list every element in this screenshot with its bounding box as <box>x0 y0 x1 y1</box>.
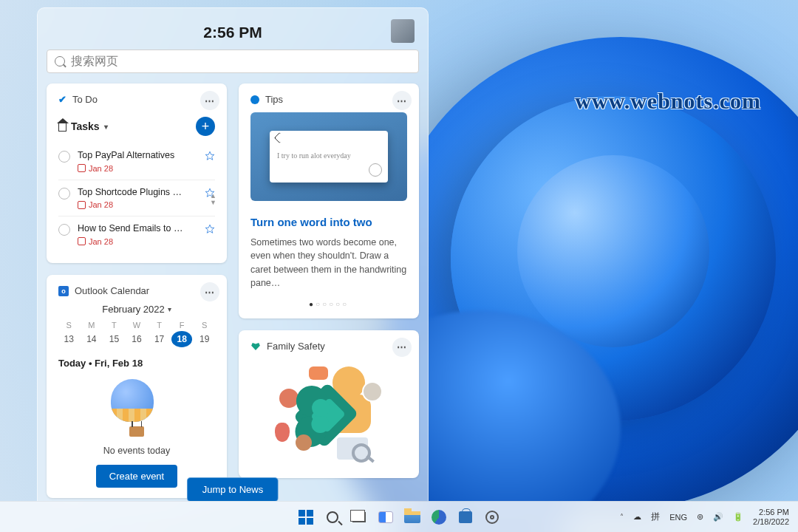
carousel-dots[interactable]: ●○○○○○ <box>250 290 407 308</box>
sort-arrows-icon[interactable]: ▲▼ <box>210 193 216 206</box>
chevron-down-icon: ▾ <box>104 123 108 131</box>
todo-title: To Do <box>72 94 98 105</box>
volume-icon[interactable]: 🔊 <box>713 512 723 522</box>
tip-sample-text: I try to run alot everyday <box>277 151 381 160</box>
calendar-dow: T <box>149 321 170 330</box>
family-illustration <box>273 361 384 464</box>
clock-date: 2/18/2022 <box>753 517 789 527</box>
family-safety-widget: ⋯ Family Safety <box>239 330 419 478</box>
tip-body: Sometimes two words become one, even whe… <box>250 236 407 290</box>
calendar-dow: S <box>58 321 80 330</box>
tray-overflow-icon[interactable]: ˄ <box>620 513 624 521</box>
calendar-day[interactable]: 13 <box>58 331 80 347</box>
calendar-today-label: Today • Fri, Feb 18 <box>58 358 215 369</box>
widgets-button[interactable] <box>375 507 396 528</box>
calendar-dow: T <box>103 321 125 330</box>
file-explorer-button[interactable] <box>402 507 423 528</box>
todo-more-button[interactable]: ⋯ <box>200 91 219 110</box>
star-icon[interactable] <box>205 224 215 234</box>
search-placeholder: 搜索网页 <box>71 54 118 69</box>
family-safety-icon <box>250 341 261 351</box>
svg-marker-0 <box>205 152 214 160</box>
create-event-button[interactable]: Create event <box>96 465 177 488</box>
taskbar-search-button[interactable] <box>322 507 343 528</box>
family-more-button[interactable]: ⋯ <box>392 338 412 357</box>
tips-more-button[interactable]: ⋯ <box>392 91 412 110</box>
calendar-month-label: February 2022 <box>102 304 165 315</box>
calendar-day[interactable]: 16 <box>126 331 148 347</box>
onedrive-icon[interactable]: ☁ <box>633 512 641 522</box>
family-safety-title: Family Safety <box>267 341 325 352</box>
outlook-icon: o <box>58 286 69 296</box>
task-due-date: Jan 28 <box>78 200 197 210</box>
ime-icon[interactable]: 拼 <box>651 511 660 523</box>
calendar-dow: M <box>81 321 103 330</box>
taskbar-clock[interactable]: 2:56 PM 2/18/2022 <box>753 508 789 526</box>
todo-list-name[interactable]: Tasks <box>71 120 100 132</box>
calendar-day[interactable]: 15 <box>103 331 125 347</box>
tips-title: Tips <box>265 94 283 105</box>
store-button[interactable] <box>455 507 476 528</box>
calendar-dow: S <box>194 321 215 330</box>
task-checkbox[interactable] <box>58 224 70 236</box>
settings-button[interactable] <box>482 507 502 528</box>
wifi-icon[interactable]: ⊚ <box>697 512 703 522</box>
task-view-button[interactable] <box>349 507 369 528</box>
panel-clock: 2:56 PM <box>203 24 262 41</box>
user-avatar[interactable] <box>391 19 415 43</box>
language-indicator[interactable]: ENG <box>669 513 687 522</box>
chevron-down-icon: ▾ <box>168 305 171 313</box>
svg-marker-2 <box>205 225 214 233</box>
jump-to-news-button[interactable]: Jump to News <box>187 477 279 502</box>
battery-icon[interactable]: 🔋 <box>733 512 743 522</box>
task-item[interactable]: Top PayPal Alternatives Jan 28 <box>58 143 215 180</box>
tip-illustration: I try to run alot everyday <box>250 112 407 201</box>
calendar-week-grid: SMTWTFS13141516171819 <box>58 321 215 347</box>
calendar-day[interactable]: 14 <box>81 331 103 347</box>
calendar-more-button[interactable]: ⋯ <box>200 282 219 301</box>
task-title: How to Send Emails to … <box>78 222 197 234</box>
widgets-panel: 2:56 PM 搜索网页 ⋯ ✔ To Do Tasks ▾ + <box>37 7 429 510</box>
task-list: Top PayPal Alternatives Jan 28 Top Short… <box>58 143 215 253</box>
clock-time: 2:56 PM <box>753 508 789 517</box>
task-due-date: Jan 28 <box>78 236 197 247</box>
tips-icon <box>250 95 259 104</box>
task-due-date: Jan 28 <box>78 163 197 174</box>
calendar-day[interactable]: 19 <box>194 331 215 347</box>
balloon-illustration <box>111 379 163 440</box>
todo-widget: ⋯ ✔ To Do Tasks ▾ + Top PayPal Alternati… <box>47 83 227 263</box>
calendar-widget: ⋯ o Outlook Calendar February 2022 ▾ SMT… <box>47 275 227 498</box>
add-task-button[interactable]: + <box>196 117 215 136</box>
search-icon <box>55 56 65 66</box>
task-item[interactable]: How to Send Emails to … Jan 28 <box>58 216 215 253</box>
task-item[interactable]: Top Shortcode Plugins … Jan 28 ▲▼ <box>58 180 215 216</box>
task-checkbox[interactable] <box>58 188 70 200</box>
calendar-day[interactable]: 18 <box>171 331 193 347</box>
no-events-text: No events today <box>58 446 215 456</box>
tips-widget: ⋯ Tips I try to run alot everyday Turn o… <box>239 83 419 318</box>
taskbar: ˄ ☁ 拼 ENG ⊚ 🔊 🔋 2:56 PM 2/18/2022 <box>0 501 798 532</box>
home-icon <box>58 123 66 132</box>
calendar-title: Outlook Calendar <box>75 285 149 296</box>
watermark-text: www.webnots.com <box>575 89 761 114</box>
calendar-month-selector[interactable]: February 2022 ▾ <box>58 304 215 315</box>
tip-headline[interactable]: Turn one word into two <box>250 216 407 228</box>
system-tray[interactable]: ˄ ☁ 拼 ENG ⊚ 🔊 🔋 2:56 PM 2/18/2022 <box>611 508 798 526</box>
task-checkbox[interactable] <box>58 151 70 163</box>
edge-button[interactable] <box>429 507 449 528</box>
task-title: Top PayPal Alternatives <box>78 149 197 161</box>
calendar-dow: F <box>171 321 193 330</box>
star-icon[interactable] <box>205 151 215 161</box>
search-input[interactable]: 搜索网页 <box>47 50 419 73</box>
task-title: Top Shortcode Plugins … <box>78 186 197 198</box>
todo-icon: ✔ <box>58 94 66 105</box>
calendar-day[interactable]: 17 <box>149 331 170 347</box>
calendar-dow: W <box>126 321 148 330</box>
start-button[interactable] <box>296 507 316 528</box>
